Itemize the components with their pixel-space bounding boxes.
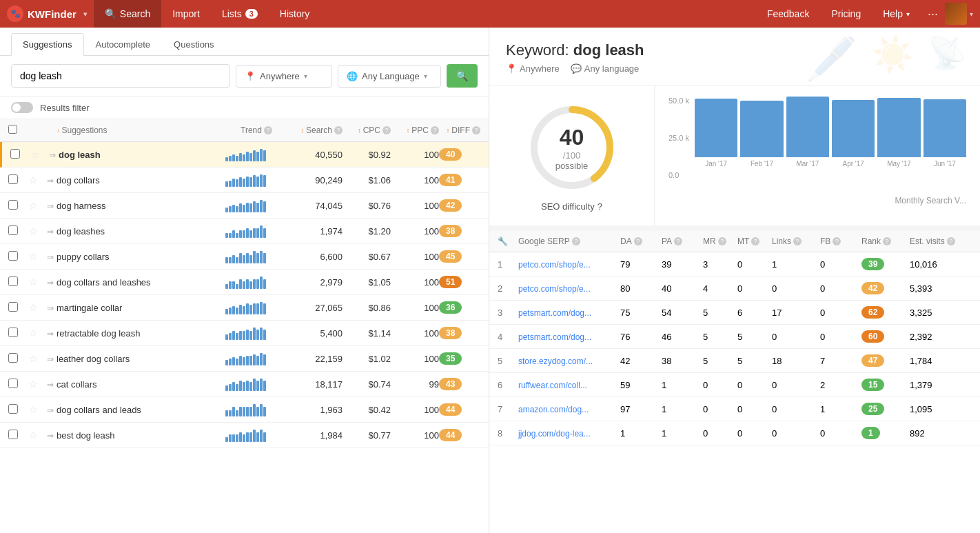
- serp-url-link[interactable]: petsmart.com/dog...: [518, 332, 591, 342]
- tab-suggestions[interactable]: Suggestions: [11, 33, 84, 56]
- avatar-dropdown-arrow[interactable]: ▾: [970, 10, 973, 18]
- nav-pricing[interactable]: Pricing: [820, 0, 872, 28]
- nav-import[interactable]: Import: [161, 0, 211, 28]
- serp-table-row[interactable]: 4 petsmart.com/dog... 76 46 5 5 0 0 60 2…: [489, 325, 980, 349]
- row-action-arrow[interactable]: ⇒: [47, 431, 54, 441]
- row-action-arrow[interactable]: ⇒: [47, 252, 54, 262]
- row-star-icon[interactable]: ☆: [29, 225, 38, 237]
- serp-table-row[interactable]: 7 amazon.com/dog... 97 1 0 0 0 1 25 1,09…: [489, 397, 980, 421]
- ppc-info-icon[interactable]: ?: [431, 126, 439, 134]
- row-star-icon[interactable]: ☆: [29, 302, 38, 313]
- serp-url-link[interactable]: petco.com/shop/e...: [518, 260, 591, 270]
- brand-dropdown-arrow[interactable]: ▾: [83, 10, 87, 18]
- row-checkbox[interactable]: [8, 200, 18, 210]
- search-button[interactable]: 🔍: [447, 64, 478, 88]
- row-checkbox[interactable]: [8, 302, 18, 312]
- table-row[interactable]: ☆ ⇒ dog collars and leads 1,963 $0.42 10…: [0, 397, 489, 423]
- search-info-icon[interactable]: ?: [334, 126, 343, 134]
- serp-table-row[interactable]: 6 ruffwear.com/coll... 59 1 0 0 0 2 15 1…: [489, 373, 980, 397]
- serp-fb-info-icon[interactable]: ?: [833, 237, 841, 245]
- serp-table-row[interactable]: 5 store.ezydog.com/... 42 38 5 5 18 7 47…: [489, 349, 980, 373]
- keyword-search-input[interactable]: [11, 64, 230, 88]
- serp-table-row[interactable]: 3 petsmart.com/dog... 75 54 5 6 17 0 62 …: [489, 301, 980, 325]
- row-action-arrow[interactable]: ⇒: [49, 150, 56, 160]
- serp-table-row[interactable]: 1 petco.com/shop/e... 79 39 3 0 1 0 39 1…: [489, 252, 980, 276]
- nav-history[interactable]: History: [269, 0, 321, 28]
- row-action-arrow[interactable]: ⇒: [47, 227, 54, 237]
- row-action-arrow[interactable]: ⇒: [47, 380, 54, 390]
- table-row[interactable]: ☆ ⇒ leather dog collars 22,159 $1.02 100…: [0, 346, 489, 372]
- serp-mt-info-icon[interactable]: ?: [751, 237, 759, 245]
- serp-url-link[interactable]: jjdog.com/dog-lea...: [518, 429, 591, 439]
- user-avatar[interactable]: [945, 3, 967, 25]
- row-action-arrow[interactable]: ⇒: [47, 303, 54, 313]
- row-star-icon[interactable]: ☆: [29, 200, 38, 211]
- serp-visits-info-icon[interactable]: ?: [947, 237, 955, 245]
- location-selector[interactable]: 📍 Anywhere ▾: [236, 65, 332, 88]
- serp-url-link[interactable]: petco.com/shop/e...: [518, 284, 591, 294]
- serp-da-info-icon[interactable]: ?: [634, 237, 642, 245]
- nav-feedback[interactable]: Feedback: [756, 0, 820, 28]
- row-star-icon[interactable]: ☆: [29, 276, 38, 288]
- row-star-icon[interactable]: ☆: [29, 404, 38, 415]
- row-checkbox[interactable]: [8, 379, 18, 388]
- serp-url-info-icon[interactable]: ?: [572, 237, 580, 245]
- row-checkbox[interactable]: [8, 225, 18, 235]
- diff-info-icon[interactable]: ?: [472, 126, 480, 134]
- serp-table-row[interactable]: 2 petco.com/shop/e... 80 40 4 0 0 0 42 5…: [489, 276, 980, 301]
- language-selector[interactable]: 🌐 Any Language ▾: [338, 65, 441, 88]
- row-action-arrow[interactable]: ⇒: [47, 176, 54, 185]
- row-action-arrow[interactable]: ⇒: [47, 329, 54, 339]
- row-star-icon[interactable]: ☆: [29, 430, 38, 441]
- row-checkbox[interactable]: [8, 430, 18, 439]
- cpc-info-icon[interactable]: ?: [382, 126, 391, 134]
- row-star-icon[interactable]: ☆: [29, 328, 38, 339]
- row-checkbox[interactable]: [8, 353, 18, 363]
- table-row[interactable]: ☆ ⇒ martingale collar 27,065 $0.86 100 3…: [0, 295, 489, 321]
- row-checkbox[interactable]: [8, 328, 18, 337]
- serp-mr-info-icon[interactable]: ?: [718, 237, 726, 245]
- row-action-arrow[interactable]: ⇒: [47, 354, 54, 364]
- serp-url-link[interactable]: amazon.com/dog...: [518, 405, 589, 414]
- brand[interactable]: 🐾 KWFinder ▾: [7, 6, 87, 22]
- row-checkbox[interactable]: [8, 404, 18, 414]
- table-row[interactable]: ☆ ⇒ dog leashes 1,974 $1.20 100 38: [0, 219, 489, 244]
- table-row[interactable]: ☆ ⇒ best dog leash 1,984 $0.77 100 44: [0, 423, 489, 448]
- row-checkbox[interactable]: [10, 149, 20, 159]
- row-star-icon[interactable]: ☆: [29, 379, 38, 390]
- row-star-icon[interactable]: ☆: [29, 353, 38, 364]
- row-star-icon[interactable]: ☆: [29, 251, 38, 262]
- nav-search[interactable]: 🔍 Search: [94, 0, 161, 28]
- nav-more-button[interactable]: ···: [921, 7, 945, 21]
- serp-pa-info-icon[interactable]: ?: [674, 237, 682, 245]
- row-star-icon[interactable]: ☆: [29, 174, 38, 185]
- table-row[interactable]: ☆ ⇒ retractable dog leash 5,400 $1.14 10…: [0, 321, 489, 346]
- trend-info-icon[interactable]: ?: [264, 126, 272, 134]
- serp-table-row[interactable]: 8 jjdog.com/dog-lea... 1 1 0 0 0 0 1 892: [489, 421, 980, 445]
- row-action-arrow[interactable]: ⇒: [47, 405, 54, 415]
- row-star-icon[interactable]: ☆: [31, 149, 40, 160]
- row-checkbox[interactable]: [8, 251, 18, 261]
- row-checkbox[interactable]: [8, 174, 18, 184]
- table-row[interactable]: ☆ ⇒ dog harness 74,045 $0.76 100 42: [0, 193, 489, 219]
- serp-links-info-icon[interactable]: ?: [793, 237, 802, 245]
- row-checkbox[interactable]: [8, 276, 18, 286]
- table-row[interactable]: ☆ ⇒ dog collars and leashes 2,979 $1.05 …: [0, 270, 489, 295]
- tab-autocomplete[interactable]: Autocomplete: [84, 33, 163, 56]
- tab-questions[interactable]: Questions: [162, 33, 226, 56]
- serp-url-link[interactable]: petsmart.com/dog...: [518, 308, 591, 318]
- nav-lists[interactable]: Lists 3: [211, 0, 269, 28]
- serp-url-link[interactable]: store.ezydog.com/...: [518, 356, 593, 366]
- table-row[interactable]: ☆ ⇒ dog collars 90,249 $1.06 100 41: [0, 168, 489, 193]
- results-filter-toggle[interactable]: [11, 102, 33, 113]
- table-row[interactable]: ☆ ⇒ cat collars 18,117 $0.74 99 43: [0, 372, 489, 397]
- seo-difficulty-info-icon[interactable]: ?: [598, 201, 602, 212]
- row-action-arrow[interactable]: ⇒: [47, 201, 54, 211]
- table-row[interactable]: ☆ ⇒ puppy collars 6,600 $0.67 100 45: [0, 244, 489, 270]
- serp-url-link[interactable]: ruffwear.com/coll...: [518, 381, 587, 390]
- select-all-checkbox[interactable]: [8, 125, 17, 134]
- row-action-arrow[interactable]: ⇒: [47, 278, 54, 288]
- nav-help[interactable]: Help ▾: [872, 0, 921, 28]
- serp-rank-info-icon[interactable]: ?: [883, 237, 891, 245]
- table-row[interactable]: ☆ ⇒ dog leash 40,550 $0.92 100 40: [0, 142, 489, 168]
